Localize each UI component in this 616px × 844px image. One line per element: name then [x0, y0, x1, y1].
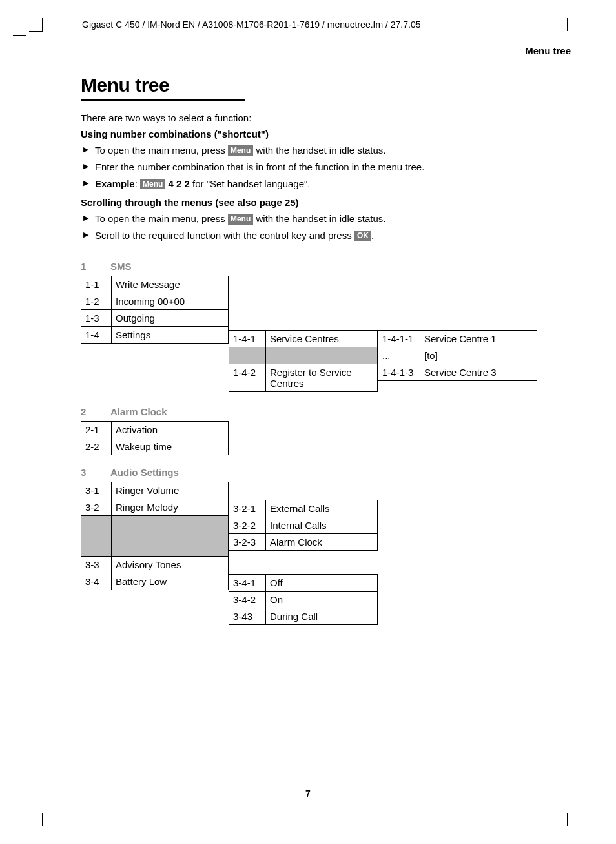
- code: 1-3: [81, 309, 112, 326]
- table-row: 3-3Advisory Tones: [81, 556, 229, 573]
- code: 3-43: [229, 608, 266, 624]
- key-sequence: 4 2 2: [165, 178, 190, 189]
- table-row: 2-1Activation: [81, 421, 229, 438]
- table-row: [229, 347, 378, 364]
- section-number: 2: [81, 406, 110, 417]
- label: Internal Calls: [266, 517, 378, 533]
- text: To open the main menu, press: [95, 145, 228, 156]
- label: Alarm Clock: [266, 533, 378, 550]
- table-row: ...[to]: [378, 347, 537, 364]
- table-row: 3-4-1Off: [229, 574, 378, 591]
- table-row: 3-2-1External Calls: [229, 500, 378, 517]
- code: 1-4-2: [229, 364, 266, 391]
- code: 3-2: [81, 499, 112, 515]
- doc-header: Gigaset C 450 / IM-Nord EN / A31008-M170…: [81, 19, 571, 30]
- list-item: To open the main menu, press Menu with t…: [81, 143, 571, 158]
- list-item: Enter the number combination that is in …: [81, 160, 571, 174]
- empty-cell: [229, 347, 266, 364]
- label: Register to Service Centres: [266, 364, 378, 391]
- menu-table-level1: 2-1Activation 2-2Wakeup time: [81, 421, 229, 455]
- table-row: 1-4-1-3Service Centre 3: [378, 364, 537, 380]
- table-row: 1-3Outgoing: [81, 309, 229, 326]
- label: [to]: [420, 347, 537, 364]
- crop-mark: [29, 18, 43, 32]
- code: 1-4-1-1: [378, 330, 420, 347]
- table-row: 3-2-2Internal Calls: [229, 517, 378, 533]
- table-row: 1-4-1Service Centres: [229, 330, 378, 347]
- label: Off: [266, 574, 378, 591]
- label: External Calls: [266, 500, 378, 517]
- table-row: 3-43During Call: [229, 608, 378, 624]
- code: 2-1: [81, 421, 112, 438]
- label: Battery Low: [112, 573, 229, 590]
- code: 1-4: [81, 326, 112, 343]
- subhead-shortcut: Using number combinations ("shortcut"): [81, 129, 571, 139]
- page-number: 7: [0, 788, 616, 799]
- label: Outgoing: [112, 309, 229, 326]
- table-row: 1-4Settings: [81, 326, 229, 343]
- code: 3-4-1: [229, 574, 266, 591]
- menu-table-level3: 1-4-1-1Service Centre 1 ...[to] 1-4-1-3S…: [378, 330, 537, 381]
- section-title: Audio Settings: [110, 467, 179, 478]
- crop-mark: [29, 813, 43, 826]
- label: Service Centre 3: [420, 364, 537, 380]
- text: with the handset in idle status.: [253, 145, 385, 156]
- menu-key-icon: Menu: [140, 179, 165, 189]
- label: Incoming 00+00: [112, 293, 229, 309]
- section-title: SMS: [110, 261, 132, 272]
- list-item: Scroll to the required function with the…: [81, 229, 571, 243]
- crop-mark: [13, 35, 26, 36]
- section-number: 1: [81, 261, 110, 272]
- table-row: 1-4-2Register to Service Centres: [229, 364, 378, 391]
- crop-mark: [567, 18, 580, 31]
- title-rule: [81, 99, 245, 101]
- text: for "Set handset language".: [190, 178, 311, 189]
- table-row: 3-2Ringer Melody: [81, 499, 229, 515]
- empty-cell: [266, 347, 378, 364]
- empty-cell: [81, 515, 112, 556]
- menu-table-level2: 1-4-1Service Centres 1-4-2Register to Se…: [229, 330, 378, 392]
- text: with the handset in idle status.: [253, 213, 385, 224]
- menu-key-icon: Menu: [228, 145, 253, 156]
- menu-table-level1: 3-1Ringer Volume 3-2Ringer Melody 3-3Adv…: [81, 482, 229, 590]
- label: Ringer Volume: [112, 482, 229, 499]
- scrolling-list: To open the main menu, press Menu with t…: [81, 212, 571, 243]
- menu-table-level1: 1-1Write Message 1-2Incoming 00+00 1-3Ou…: [81, 276, 229, 344]
- label: During Call: [266, 608, 378, 624]
- list-item: Example: Menu 4 2 2 for "Set handset lan…: [81, 177, 571, 191]
- table-row: 1-2Incoming 00+00: [81, 293, 229, 309]
- section-title: Alarm Clock: [110, 406, 167, 417]
- table-row: 1-1Write Message: [81, 276, 229, 293]
- shortcut-list: To open the main menu, press Menu with t…: [81, 143, 571, 190]
- code: 3-2-3: [229, 533, 266, 550]
- code: ...: [378, 347, 420, 364]
- code: 3-1: [81, 482, 112, 499]
- code: 3-2-2: [229, 517, 266, 533]
- label: Settings: [112, 326, 229, 343]
- label: Service Centres: [266, 330, 378, 347]
- menu-table-level2: 3-2-1External Calls 3-2-2Internal Calls …: [229, 500, 378, 551]
- list-item: To open the main menu, press Menu with t…: [81, 212, 571, 226]
- code: 3-2-1: [229, 500, 266, 517]
- table-row: 1-4-1-1Service Centre 1: [378, 330, 537, 347]
- intro-text: There are two ways to select a function:: [81, 112, 571, 123]
- text: Scroll to the required function with the…: [95, 230, 354, 241]
- table-row: 3-2-3Alarm Clock: [229, 533, 378, 550]
- text: To open the main menu, press: [95, 213, 228, 224]
- table-row: 3-4Battery Low: [81, 573, 229, 590]
- code: 3-4: [81, 573, 112, 590]
- ok-key-icon: OK: [354, 231, 371, 241]
- label: Activation: [112, 421, 229, 438]
- label: Service Centre 1: [420, 330, 537, 347]
- code: 3-4-2: [229, 591, 266, 608]
- table-row: 3-1Ringer Volume: [81, 482, 229, 499]
- subhead-scrolling: Scrolling through the menus (see also pa…: [81, 197, 571, 208]
- code: 3-3: [81, 556, 112, 573]
- label: Ringer Melody: [112, 499, 229, 515]
- code: 1-1: [81, 276, 112, 293]
- page-title: Menu tree: [81, 74, 571, 96]
- label: Write Message: [112, 276, 229, 293]
- code: 1-4-1: [229, 330, 266, 347]
- table-row: [81, 515, 229, 556]
- menu-key-icon: Menu: [228, 214, 253, 224]
